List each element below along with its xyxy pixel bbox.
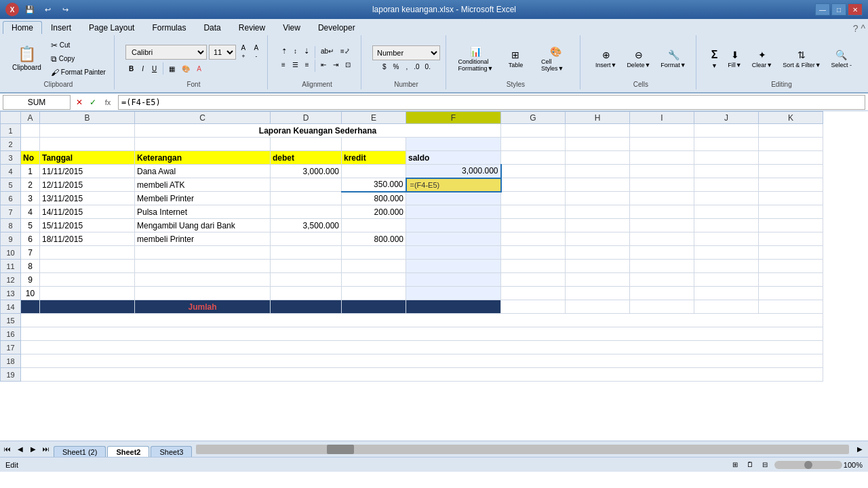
cell-H13[interactable]: [566, 287, 630, 300]
cell-G5[interactable]: [501, 178, 566, 192]
tab-sheet3[interactable]: Sheet3: [151, 446, 192, 458]
cell-A6[interactable]: 3: [21, 192, 40, 205]
cell-H10[interactable]: [566, 246, 630, 260]
cell-I1[interactable]: [630, 124, 694, 138]
cell-F5[interactable]: =(F4-E5): [406, 178, 501, 192]
cell-A2[interactable]: [21, 138, 40, 151]
cell-B14[interactable]: [40, 300, 135, 314]
col-header-A[interactable]: A: [21, 112, 40, 124]
tab-developer[interactable]: Developer: [309, 21, 364, 34]
cell-B11[interactable]: [40, 260, 135, 273]
cell-F12[interactable]: [406, 273, 501, 287]
cell-H3[interactable]: [566, 151, 630, 165]
font-name-select[interactable]: Calibri: [125, 45, 207, 60]
cell-E13[interactable]: [342, 287, 406, 300]
cell-E6[interactable]: 800.000: [342, 192, 406, 205]
cell-A10[interactable]: 7: [21, 246, 40, 260]
minimize-btn[interactable]: —: [815, 3, 830, 16]
cell-I5[interactable]: [630, 178, 694, 192]
cell-A13[interactable]: 10: [21, 287, 40, 300]
percent-btn[interactable]: %: [391, 62, 402, 72]
name-box[interactable]: [3, 95, 71, 110]
decrease-font-btn[interactable]: A-: [251, 43, 262, 61]
tab-data[interactable]: Data: [195, 21, 229, 34]
cell-B8[interactable]: 15/11/2015: [40, 219, 135, 232]
cell-C5[interactable]: membeli ATK: [135, 178, 271, 192]
cell-E2[interactable]: [342, 138, 406, 151]
cell-J6[interactable]: [694, 192, 759, 205]
cell-J8[interactable]: [694, 219, 759, 232]
col-header-H[interactable]: H: [566, 112, 630, 124]
cell-G8[interactable]: [501, 219, 566, 232]
border-btn[interactable]: ▦: [166, 64, 178, 74]
tab-home[interactable]: Home: [3, 21, 42, 34]
cell-K12[interactable]: [759, 273, 823, 287]
cell-A1[interactable]: [21, 124, 40, 138]
cell-B1[interactable]: [40, 124, 135, 138]
maximize-btn[interactable]: □: [831, 3, 846, 16]
zoom-thumb[interactable]: [804, 461, 812, 469]
cell-G2[interactable]: [501, 138, 566, 151]
cell-J13[interactable]: [694, 287, 759, 300]
cell-I7[interactable]: [630, 205, 694, 219]
cell-F14[interactable]: [406, 300, 501, 314]
zoom-slider[interactable]: [774, 461, 842, 469]
cell-I4[interactable]: [630, 165, 694, 178]
bold-btn[interactable]: B: [125, 64, 137, 74]
col-header-D[interactable]: D: [271, 112, 342, 124]
find-select-btn[interactable]: 🔍 Select -: [827, 47, 856, 71]
cell-B4[interactable]: 11/11/2015: [40, 165, 135, 178]
cell-G7[interactable]: [501, 205, 566, 219]
cell-J7[interactable]: [694, 205, 759, 219]
cell-J2[interactable]: [694, 138, 759, 151]
page-break-view-btn[interactable]: ⊟: [758, 459, 772, 471]
col-header-K[interactable]: K: [759, 112, 823, 124]
cell-J9[interactable]: [694, 232, 759, 246]
cell-D11[interactable]: [271, 260, 342, 273]
cell-B13[interactable]: [40, 287, 135, 300]
cell-A11[interactable]: 8: [21, 260, 40, 273]
cell-J5[interactable]: [694, 178, 759, 192]
cell-row15[interactable]: [21, 314, 823, 327]
cell-C8[interactable]: Mengambil Uang dari Bank: [135, 219, 271, 232]
cell-D2[interactable]: [271, 138, 342, 151]
cell-C11[interactable]: [135, 260, 271, 273]
cell-H8[interactable]: [566, 219, 630, 232]
formula-input[interactable]: [118, 95, 865, 110]
cell-D12[interactable]: [271, 273, 342, 287]
cell-K10[interactable]: [759, 246, 823, 260]
cell-E10[interactable]: [342, 246, 406, 260]
tab-insert[interactable]: Insert: [42, 21, 80, 34]
cell-K4[interactable]: [759, 165, 823, 178]
sheet-next-btn[interactable]: ▶: [27, 443, 39, 455]
col-header-I[interactable]: I: [630, 112, 694, 124]
decrease-indent-btn[interactable]: ⇤: [318, 60, 329, 72]
cell-C4[interactable]: Dana Awal: [135, 165, 271, 178]
align-bottom-btn[interactable]: ⇣: [301, 46, 312, 58]
number-format-select[interactable]: Number: [372, 45, 440, 60]
cell-E7[interactable]: 200.000: [342, 205, 406, 219]
cell-A8[interactable]: 5: [21, 219, 40, 232]
tab-review[interactable]: Review: [230, 21, 274, 34]
sheet-first-btn[interactable]: ⏮: [1, 443, 14, 455]
cell-A7[interactable]: 4: [21, 205, 40, 219]
decrease-decimal-btn[interactable]: 0.: [423, 62, 433, 72]
cell-H6[interactable]: [566, 192, 630, 205]
cell-G3[interactable]: [501, 151, 566, 165]
cell-G6[interactable]: [501, 192, 566, 205]
cell-B10[interactable]: [40, 246, 135, 260]
cell-E11[interactable]: [342, 260, 406, 273]
cell-A9[interactable]: 6: [21, 232, 40, 246]
cell-K11[interactable]: [759, 260, 823, 273]
cell-B2[interactable]: [40, 138, 135, 151]
cell-J4[interactable]: [694, 165, 759, 178]
cell-I10[interactable]: [630, 246, 694, 260]
increase-indent-btn[interactable]: ⇥: [330, 60, 341, 72]
ribbon-collapse-btn[interactable]: ^: [861, 23, 865, 34]
format-btn[interactable]: 🔧 Format▼: [656, 47, 690, 71]
tab-view[interactable]: View: [274, 21, 309, 34]
cell-E8[interactable]: [342, 219, 406, 232]
cell-J10[interactable]: [694, 246, 759, 260]
cell-K6[interactable]: [759, 192, 823, 205]
normal-view-btn[interactable]: ⊞: [728, 459, 742, 471]
